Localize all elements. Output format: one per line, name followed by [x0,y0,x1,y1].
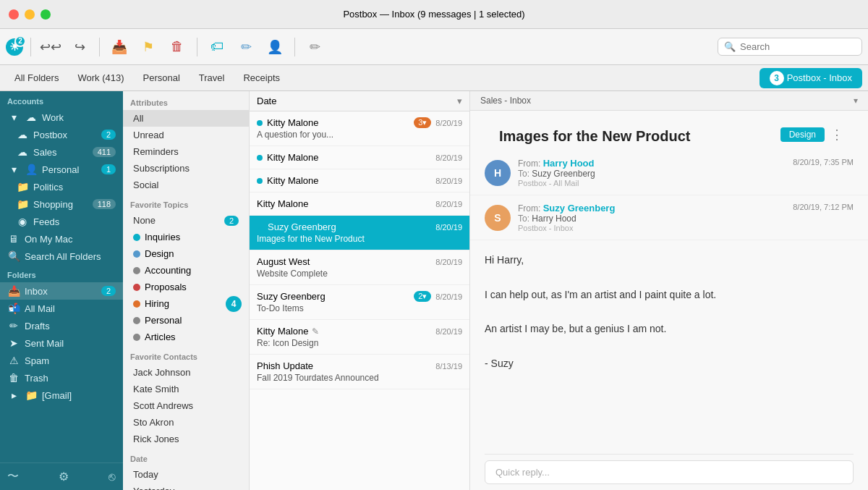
msg-sender-5: August West [257,256,310,267]
chevron-right-icon: ▸ [7,389,20,401]
sidebar-item-personal[interactable]: ▾ 👤 Personal 1 [0,161,123,178]
sidebar-item-shopping[interactable]: 📁 Shopping 118 [0,195,123,213]
filter-contact-scott[interactable]: Scott Andrews [123,397,249,414]
menu-dots-button[interactable]: ⋮ [830,127,843,143]
msg-sender-2: Kitty Malone [267,175,319,186]
sidebar-item-drafts[interactable]: ✏ Drafts [0,317,123,334]
pencil-button[interactable]: ✏ [234,35,258,59]
sidebar-item-postbox[interactable]: ☁ Postbox 2 [0,126,123,143]
main-content: Accounts ▾ ☁ Work ☁ Postbox 2 ☁ Sales 41… [0,91,868,490]
filter-today[interactable]: Today [123,466,249,483]
contacts-button[interactable]: 👤 [263,35,287,59]
maximize-button[interactable] [41,9,51,20]
message-item-5[interactable]: August West 8/20/19 Website Complete [250,250,469,285]
filter-contact-rick[interactable]: Rick Jones [123,431,249,447]
sidebar-item-inbox[interactable]: 📥 Inbox 2 [0,282,123,300]
sidebar-item-gmail[interactable]: ▸ 📁 [Gmail] [0,386,123,404]
archive-button[interactable]: 📥 [107,35,132,59]
logout-icon[interactable]: ⎋ [109,470,116,483]
tab-work[interactable]: Work (413) [69,69,132,86]
wave-icon[interactable]: 〜 [7,469,19,484]
account-badge[interactable]: ☀ 2 [6,38,23,56]
folders-title: Folders [0,265,123,282]
reading-pane: Sales - Inbox ▾ Images for the New Produ… [470,91,868,490]
reply-icon-4: ← [257,223,265,232]
search-bar[interactable]: 🔍 [718,38,862,56]
message-item-0[interactable]: Kitty Malone 3▾ 8/20/19 A question for y… [250,111,469,146]
filter-reminders[interactable]: Reminders [123,143,249,160]
forward-button[interactable]: ↪ [67,35,92,59]
message-item-4[interactable]: ← Suzy Greenberg 8/20/19 Images for the … [250,216,469,250]
design-label: Design [145,248,174,259]
to-name-1: Suzy Greenberg [532,169,595,179]
settings-icon[interactable]: ⚙ [59,470,69,483]
to-label-2: To: [518,214,532,224]
filter-social[interactable]: Social [123,177,249,193]
sidebar-item-politics[interactable]: 📁 Politics [0,178,123,195]
message-item-3[interactable]: Kitty Malone 8/20/19 [250,193,469,216]
reply-all-button[interactable]: ↩↩ [38,35,63,59]
flag-button[interactable]: ⚑ [136,35,161,59]
sidebar-item-search-all[interactable]: 🔍 Search All Folders [0,248,123,265]
reading-pane-header: Sales - Inbox ▾ [470,91,868,111]
spam-icon: ⚠ [7,355,20,366]
filter-none[interactable]: None 2 [123,212,249,229]
sidebar-item-sent[interactable]: ➤ Sent Mail [0,334,123,352]
close-button[interactable] [9,9,19,20]
sidebar-item-on-my-mac[interactable]: 🖥 On My Mac [0,230,123,248]
sidebar-item-feeds[interactable]: ◉ Feeds [0,213,123,230]
sidebar-item-spam[interactable]: ⚠ Spam [0,352,123,369]
filter-yesterday[interactable]: Yesterday [123,483,249,490]
filter-inquiries[interactable]: Inquiries [123,229,249,245]
message-item-8[interactable]: Phish Update 8/13/19 Fall 2019 Tourdates… [250,355,469,389]
search-icon: 🔍 [724,41,736,52]
message-item-6[interactable]: Suzy Greenberg 2▾ 8/20/19 To-Do Items [250,285,469,320]
all-mail-label: All Mail [25,303,116,314]
sidebar-item-trash[interactable]: 🗑 Trash [0,369,123,386]
filter-unread[interactable]: Unread [123,127,249,143]
message-list: Date ▾ Kitty Malone 3▾ 8/20/19 A questio… [250,91,470,490]
quick-reply-input[interactable]: Quick reply... [485,460,854,484]
sales-count: 411 [93,147,116,157]
person-icon: 👤 [25,164,38,175]
delete-button[interactable]: 🗑 [165,35,190,59]
filter-accounting[interactable]: Accounting [123,262,249,279]
sidebar-item-work[interactable]: ▾ ☁ Work [0,109,123,126]
postbox-inbox-tab[interactable]: 3 Postbox - Inbox [760,68,862,88]
msg-subject-4: Images for the New Product [257,234,462,244]
tag-button[interactable]: 🏷 [205,35,229,59]
compose-button[interactable]: ✏ [302,35,327,59]
tab-travel[interactable]: Travel [190,69,234,86]
filter-articles[interactable]: Articles [123,329,249,345]
tab-receipts[interactable]: Receipts [234,69,289,86]
filter-all[interactable]: All [123,110,249,127]
filter-contact-kate[interactable]: Kate Smith [123,381,249,397]
tab-personal[interactable]: Personal [134,69,188,86]
filter-personal[interactable]: Personal [123,312,249,329]
sidebar-item-all-mail[interactable]: 📬 All Mail [0,300,123,317]
articles-dot [133,334,140,341]
minimize-button[interactable] [25,9,35,20]
cloud-icon-sales: ☁ [16,146,29,158]
postbox-badge: 3 [770,71,784,85]
message-item-7[interactable]: Kitty Malone ✎ 8/20/19 Re: Icon Design [250,320,469,355]
tab-all-folders[interactable]: All Folders [6,69,67,86]
filter-contact-sto[interactable]: Sto Akron [123,414,249,431]
filter-hiring[interactable]: Hiring 4 [123,295,249,312]
filter-contact-jack[interactable]: Jack Johnson [123,364,249,381]
search-input[interactable] [740,41,856,52]
message-item-1[interactable]: Kitty Malone 8/20/19 [250,146,469,169]
sidebar-item-sales[interactable]: ☁ Sales 411 [0,143,123,161]
design-badge[interactable]: Design [780,127,825,142]
date-sort-label[interactable]: Date [257,96,276,106]
from-name-2: Suzy Greenberg [543,203,616,214]
filter-design[interactable]: Design [123,245,249,262]
postbox-count: 2 [101,130,116,140]
sort-arrow[interactable]: ▾ [457,96,462,106]
message-item-2[interactable]: Kitty Malone 8/20/19 [250,169,469,193]
unread-dot-1 [257,155,263,161]
filter-subscriptions[interactable]: Subscriptions [123,160,249,177]
msg-sender-3: Kitty Malone [257,198,309,209]
hiring-dot [133,300,140,308]
filter-proposals[interactable]: Proposals [123,279,249,295]
